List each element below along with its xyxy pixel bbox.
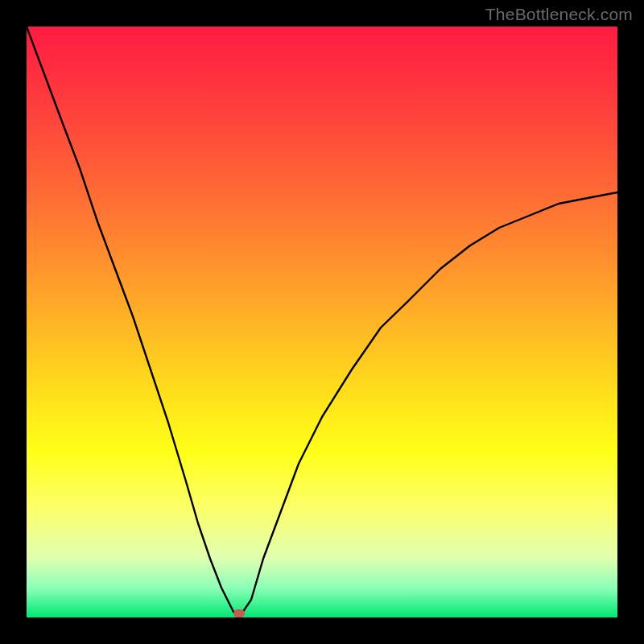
bottleneck-marker (233, 609, 245, 617)
watermark-text: TheBottleneck.com (485, 5, 633, 24)
chart-stage: TheBottleneck.com (0, 0, 644, 644)
plot-area (27, 27, 617, 617)
